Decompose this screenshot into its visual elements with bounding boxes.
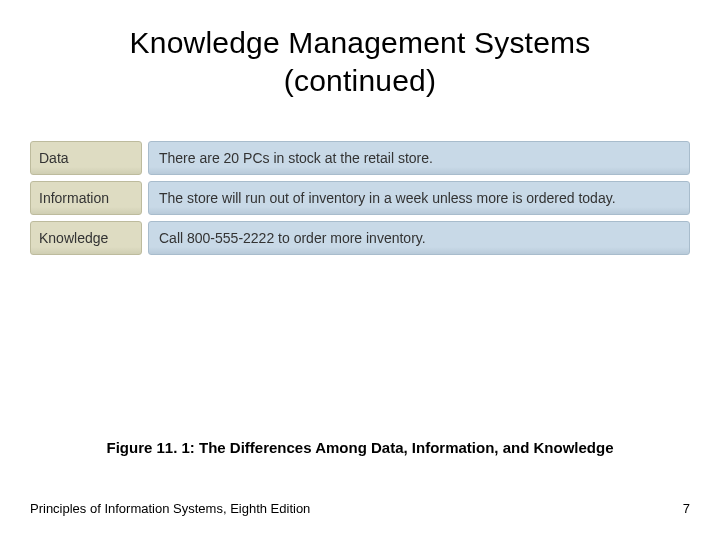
concept-table: Data There are 20 PCs in stock at the re… — [30, 141, 690, 255]
row-label: Knowledge — [30, 221, 142, 255]
page-number: 7 — [683, 501, 690, 516]
row-label: Information — [30, 181, 142, 215]
footer-source: Principles of Information Systems, Eight… — [30, 501, 310, 516]
row-value: The store will run out of inventory in a… — [148, 181, 690, 215]
slide-footer: Principles of Information Systems, Eight… — [30, 501, 690, 516]
slide-title: Knowledge Management Systems (continued) — [30, 24, 690, 99]
title-line-2: (continued) — [284, 64, 436, 97]
figure-caption: Figure 11. 1: The Differences Among Data… — [0, 439, 720, 456]
row-value: There are 20 PCs in stock at the retail … — [148, 141, 690, 175]
row-label: Data — [30, 141, 142, 175]
slide: Knowledge Management Systems (continued)… — [0, 0, 720, 540]
table-row: Knowledge Call 800-555-2222 to order mor… — [30, 221, 690, 255]
table-row: Data There are 20 PCs in stock at the re… — [30, 141, 690, 175]
table-row: Information The store will run out of in… — [30, 181, 690, 215]
row-value: Call 800-555-2222 to order more inventor… — [148, 221, 690, 255]
title-line-1: Knowledge Management Systems — [130, 26, 591, 59]
